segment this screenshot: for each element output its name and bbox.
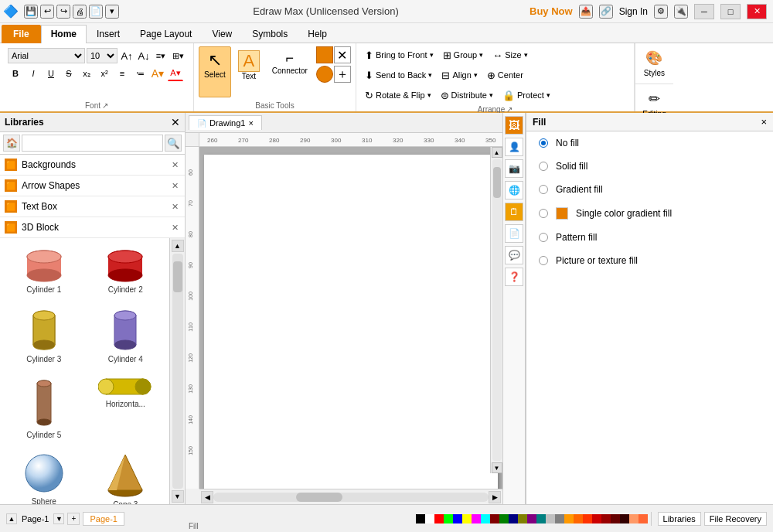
library-category-arrow-shapes[interactable]: 🟧 Arrow Shapes ✕ [0, 176, 185, 196]
drawing-page[interactable] [204, 155, 498, 489]
tab-symbols[interactable]: Symbols [242, 25, 298, 43]
tab-view[interactable]: View [202, 25, 242, 43]
styles-tab-btn[interactable]: 🎨 Styles [635, 43, 673, 84]
library-category-backgrounds[interactable]: 🟧 Backgrounds ✕ [0, 155, 185, 176]
tab-insert[interactable]: Insert [87, 25, 130, 43]
shape-sphere[interactable]: Sphere [6, 448, 82, 504]
color-swatch[interactable] [462, 514, 472, 523]
help-icon-btn[interactable]: ❓ [505, 268, 523, 286]
sign-in-link[interactable]: Sign In [619, 6, 648, 17]
hscroll-thumb[interactable] [296, 493, 342, 502]
redo-button[interactable]: ↪ [56, 5, 70, 19]
list-btn[interactable]: ≡ [114, 66, 130, 81]
color-swatch[interactable] [444, 514, 453, 523]
tab-home[interactable]: Home [41, 25, 87, 43]
user-icon-btn[interactable]: 👤 [505, 138, 523, 156]
format-btn[interactable]: ⊞▾ [170, 48, 186, 63]
color-swatch[interactable] [583, 514, 592, 523]
tab-help[interactable]: Help [298, 25, 337, 43]
fill-option-no-fill[interactable]: No fill [526, 131, 773, 155]
strikethrough-btn[interactable]: S [61, 66, 77, 81]
shape-cylinder3[interactable]: Cylinder 3 [6, 303, 82, 367]
buy-now-link[interactable]: Buy Now [530, 5, 573, 17]
dropdown-arrow[interactable]: ▾ [105, 5, 119, 19]
print-button[interactable]: 🖨 [73, 5, 87, 19]
color-swatch[interactable] [574, 514, 583, 523]
text-box-close-btn[interactable]: ✕ [169, 201, 180, 212]
send-to-back-btn[interactable]: ⬇ Send to Back ▾ [361, 67, 436, 83]
fill-option-solid[interactable]: Solid fill [526, 155, 773, 178]
color-swatch[interactable] [499, 514, 509, 523]
color-swatch[interactable] [601, 514, 611, 523]
protect-btn[interactable]: 🔒 Protect ▾ [499, 87, 554, 103]
shape-cone3[interactable]: Cone 3 [88, 448, 164, 504]
text-tool-btn[interactable]: A Text [233, 46, 265, 97]
libraries-close-btn[interactable]: ✕ [171, 116, 180, 128]
color-swatch[interactable] [434, 514, 444, 523]
send-back-dropdown[interactable]: ▾ [428, 71, 432, 79]
color-swatch[interactable] [638, 514, 648, 523]
new-button[interactable]: 📄 [89, 5, 103, 19]
no-fill-radio[interactable] [539, 138, 548, 148]
library-search-input[interactable] [22, 135, 163, 152]
highlight-btn[interactable]: A▾ [150, 66, 165, 81]
fill-icon-btn[interactable]: 🖼 [505, 116, 523, 135]
size-dropdown[interactable]: ▾ [524, 51, 528, 59]
color-swatch[interactable] [592, 514, 601, 523]
distribute-btn[interactable]: ⊜ Distribute ▾ [437, 87, 497, 103]
color-swatch[interactable] [518, 514, 527, 523]
color-swatch[interactable] [472, 514, 481, 523]
fill-option-texture[interactable]: Picture or texture fill [526, 249, 773, 272]
single-gradient-radio[interactable] [539, 209, 548, 218]
share2-button[interactable]: 🔗 [599, 5, 613, 19]
align-dropdown[interactable]: ▾ [474, 71, 478, 79]
texture-fill-radio[interactable] [539, 256, 548, 265]
shape-cylinder5[interactable]: Cylinder 5 [6, 373, 82, 442]
maximize-button[interactable]: □ [720, 4, 741, 19]
font-increase-btn[interactable]: A↑ [119, 48, 135, 63]
size-btn[interactable]: ↔ Size ▾ [489, 47, 531, 63]
font-size-select[interactable]: 10 [87, 48, 117, 63]
3d-block-close-btn[interactable]: ✕ [169, 222, 180, 233]
vscroll-up-btn[interactable]: ▲ [492, 147, 502, 158]
bring-to-front-btn[interactable]: ⬆ Bring to Front ▾ [361, 47, 438, 63]
chat-icon-btn[interactable]: 💬 [505, 246, 523, 264]
color-swatch[interactable] [555, 514, 564, 523]
arrow-shapes-close-btn[interactable]: ✕ [169, 180, 180, 191]
select-tool-btn[interactable]: ↖ Select [199, 46, 231, 97]
page-icon-btn[interactable]: 📷 [505, 159, 523, 178]
canvas-content[interactable]: ▲ ▼ [199, 147, 502, 489]
color-swatch[interactable] [481, 514, 490, 523]
color-swatch[interactable] [453, 514, 462, 523]
scroll-up-btn[interactable]: ▲ [172, 240, 184, 252]
center-btn[interactable]: ⊕ Center [483, 67, 527, 83]
fill-panel-close-btn[interactable]: × [761, 116, 767, 128]
fill-option-single-gradient[interactable]: Single color gradient fill [526, 201, 773, 226]
shape-horizontal-cylinder[interactable]: Horizonta... [88, 373, 164, 442]
color-swatch[interactable] [564, 514, 574, 523]
settings-button[interactable]: ⚙ [654, 5, 668, 19]
share-button[interactable]: 📤 [579, 5, 593, 19]
doc-icon-btn[interactable]: 📄 [505, 224, 523, 243]
list2-btn[interactable]: ≔ [132, 66, 148, 81]
protect-dropdown[interactable]: ▾ [547, 91, 550, 99]
undo-button[interactable]: ↩ [40, 5, 54, 19]
font-family-select[interactable]: Arial [8, 48, 85, 63]
bring-front-dropdown[interactable]: ▾ [430, 51, 434, 59]
drawing-tab-close[interactable]: × [248, 118, 253, 128]
add-page-btn[interactable]: + [67, 513, 80, 525]
gradient-fill-radio[interactable] [539, 185, 548, 194]
color-swatch[interactable] [620, 514, 629, 523]
font-decrease-btn[interactable]: A↓ [136, 48, 152, 63]
fill-option-gradient[interactable]: Gradient fill [526, 178, 773, 201]
connector-tool-btn[interactable]: ⌐ Connector [267, 46, 313, 97]
page-nav-down-btn[interactable]: ▼ [53, 513, 64, 524]
pattern-fill-radio[interactable] [539, 233, 548, 242]
page-nav-up-btn[interactable]: ▲ [6, 513, 17, 524]
fill-option-pattern[interactable]: Pattern fill [526, 226, 773, 249]
bold-btn[interactable]: B [8, 66, 23, 81]
color-swatch[interactable] [416, 514, 425, 523]
lib-home-btn[interactable]: 🏠 [3, 135, 20, 152]
color-swatch[interactable] [425, 514, 434, 523]
library-search-submit[interactable]: 🔍 [165, 135, 182, 152]
